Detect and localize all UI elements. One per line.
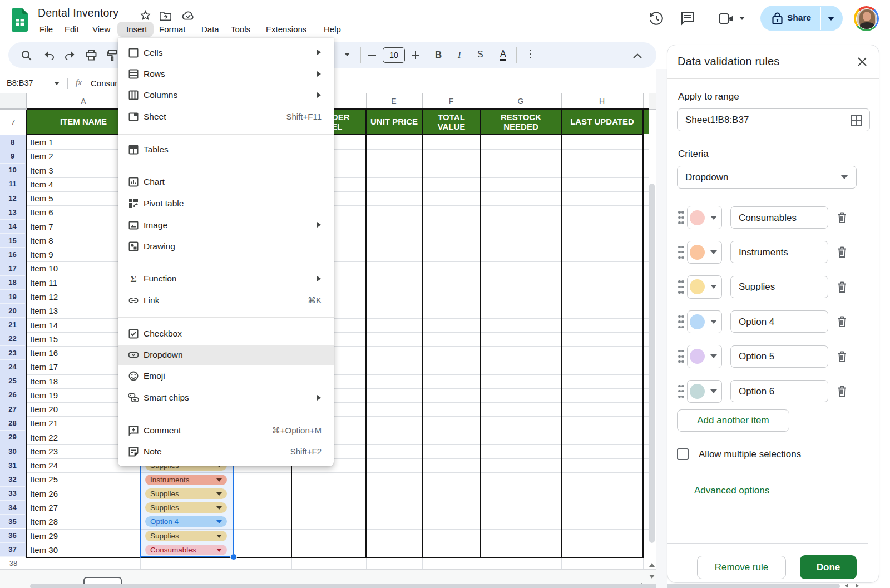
svg-text:Σ: Σ	[130, 274, 136, 284]
